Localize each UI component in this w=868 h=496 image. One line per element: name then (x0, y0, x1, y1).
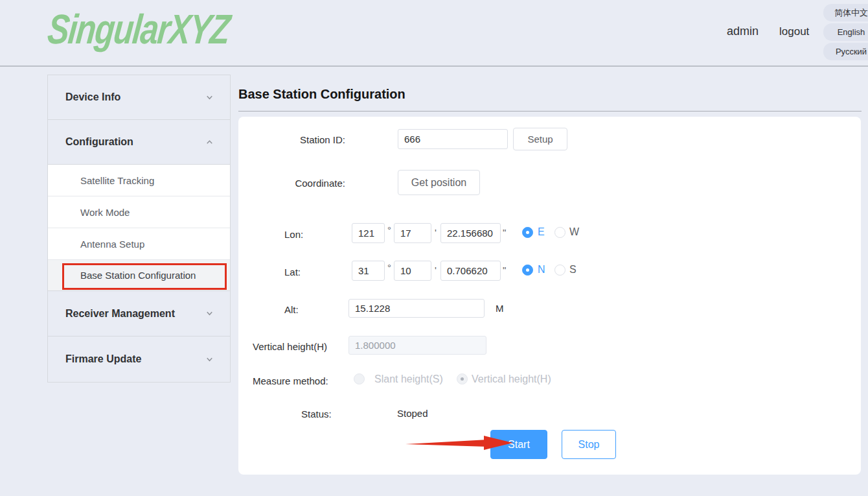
start-button[interactable]: Start (490, 430, 547, 459)
lon-degrees-input[interactable] (352, 223, 385, 243)
sidebar-subitem-label: Base Station Configuration (80, 270, 196, 281)
page-title: Base Station Configuration (238, 87, 405, 102)
sidebar-item-firmare-update[interactable]: Firmare Update (48, 337, 230, 382)
status-label: Status: (301, 408, 332, 421)
sidebar-item-work-mode[interactable]: Work Mode (48, 196, 230, 228)
sidebar: Device Info Configuration Satellite Trac… (47, 75, 231, 383)
second-symbol: " (503, 227, 506, 238)
sidebar-item-antenna-setup[interactable]: Antenna Setup (48, 228, 230, 260)
sidebar-subitem-label: Satellite Tracking (80, 175, 154, 186)
sidebar-item-label: Device Info (65, 91, 120, 103)
sidebar-item-device-info[interactable]: Device Info (48, 75, 230, 120)
lat-seconds-input[interactable] (440, 261, 501, 281)
lon-seconds-input[interactable] (440, 223, 501, 243)
chevron-down-icon (205, 355, 214, 364)
lat-south-radio[interactable] (554, 265, 565, 276)
status-value: Stoped (397, 408, 428, 419)
lon-east-label[interactable]: E (538, 226, 545, 238)
language-button-chinese[interactable]: 简体中文 (823, 4, 868, 21)
lon-east-radio[interactable] (522, 227, 533, 238)
slant-height-label: Slant height(S) (374, 373, 443, 385)
sidebar-item-satellite-tracking[interactable]: Satellite Tracking (48, 165, 230, 196)
sidebar-item-receiver-management[interactable]: Receiver Management (48, 291, 230, 337)
sidebar-item-configuration[interactable]: Configuration (48, 120, 230, 165)
header: SingularXYZ admin logout 简体中文 English Ру… (0, 0, 868, 67)
language-button-english[interactable]: English (823, 23, 868, 41)
lat-minutes-input[interactable] (394, 261, 431, 281)
vertical-height-radio (457, 373, 468, 384)
station-id-label: Station ID: (238, 134, 345, 147)
lat-degrees-input[interactable] (352, 261, 385, 281)
logout-link[interactable]: logout (779, 25, 809, 38)
alt-label: Alt: (284, 303, 299, 316)
alt-unit: M (496, 303, 504, 314)
sidebar-item-label: Configuration (65, 136, 133, 148)
lat-north-radio[interactable] (522, 265, 533, 276)
sidebar-item-label: Receiver Management (65, 308, 175, 320)
title-divider (238, 111, 862, 112)
get-position-button[interactable]: Get position (398, 170, 480, 195)
degree-symbol: ° (387, 262, 391, 273)
coordinate-label: Coordinate: (238, 177, 345, 190)
lat-north-label[interactable]: N (538, 264, 545, 276)
sidebar-subitem-label: Antenna Setup (80, 239, 144, 250)
slant-height-radio (354, 373, 365, 384)
logo: SingularXYZ (45, 5, 231, 53)
chevron-down-icon (205, 309, 214, 318)
stop-button[interactable]: Stop (562, 430, 616, 459)
lon-west-radio[interactable] (554, 227, 565, 238)
setup-button[interactable]: Setup (513, 128, 567, 150)
vertical-height-label: Vertical height(H) (253, 340, 327, 353)
user-name[interactable]: admin (727, 25, 759, 38)
sidebar-item-label: Firmare Update (65, 353, 141, 365)
language-button-russian[interactable]: Русский (823, 43, 868, 60)
minute-symbol: ' (435, 265, 437, 276)
chevron-down-icon (205, 93, 214, 102)
minute-symbol: ' (435, 227, 437, 238)
station-id-input[interactable] (398, 129, 508, 149)
lon-west-label[interactable]: W (569, 226, 579, 238)
vertical-height-input (348, 336, 486, 355)
alt-input[interactable] (348, 299, 485, 318)
second-symbol: " (503, 265, 506, 276)
lat-south-label[interactable]: S (569, 264, 577, 276)
sidebar-item-base-station-configuration[interactable]: Base Station Configuration (48, 260, 230, 291)
chevron-up-icon (205, 137, 214, 147)
measure-method-label: Measure method: (253, 375, 328, 388)
lat-label: Lat: (284, 266, 301, 279)
lon-minutes-input[interactable] (394, 223, 431, 243)
degree-symbol: ° (387, 224, 391, 235)
lon-label: Lon: (284, 228, 303, 241)
vertical-height-option-label: Vertical height(H) (472, 373, 551, 385)
language-switcher: 简体中文 English Русский (823, 4, 868, 62)
sidebar-subitem-label: Work Mode (80, 207, 130, 218)
base-station-form-panel: Station ID: Setup Coordinate: Get positi… (238, 117, 861, 475)
